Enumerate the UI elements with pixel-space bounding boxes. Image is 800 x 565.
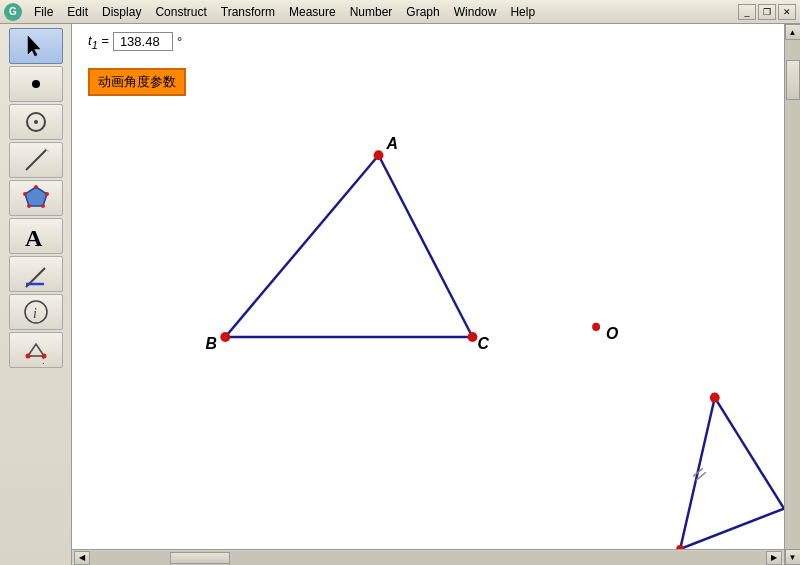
svg-text:A: A	[25, 225, 43, 250]
tool-pen[interactable]	[9, 256, 63, 292]
info-icon: i	[22, 298, 50, 326]
triangle1-side-AB	[225, 155, 378, 337]
tool-info[interactable]: i	[9, 294, 63, 330]
arrow-icon	[22, 32, 50, 60]
scrollbar-bottom[interactable]: ◀ ▶	[72, 549, 784, 565]
scroll-horizontal-thumb[interactable]	[170, 552, 230, 564]
point-B	[220, 332, 230, 342]
tool-custom[interactable]: :	[9, 332, 63, 368]
svg-marker-14	[45, 266, 49, 270]
canvas-area[interactable]: t1 = 138.48 ° 动画角度参数 A B C	[72, 24, 784, 549]
tool-compass[interactable]	[9, 104, 63, 140]
menu-measure[interactable]: Measure	[283, 3, 342, 21]
svg-line-4	[26, 150, 46, 170]
geometry-canvas: A B C O	[72, 24, 784, 549]
win-close[interactable]: ✕	[778, 4, 796, 20]
scroll-down-arrow[interactable]: ▼	[785, 549, 801, 565]
triangle1-side-AC	[379, 155, 473, 337]
scroll-horizontal-track[interactable]	[90, 551, 766, 565]
svg-point-1	[32, 80, 40, 88]
custom-icon: :	[22, 336, 50, 364]
triangle2-side-right	[715, 398, 784, 509]
triangle2-point-top	[710, 393, 720, 403]
svg-text::: :	[42, 355, 45, 364]
scrollbar-right[interactable]: ▲ ▼	[784, 24, 800, 565]
svg-point-9	[41, 204, 45, 208]
label-A: A	[385, 135, 397, 152]
dot-icon	[22, 70, 50, 98]
svg-point-8	[45, 192, 49, 196]
svg-point-10	[27, 204, 31, 208]
point-O	[592, 323, 600, 331]
tool-line[interactable]	[9, 142, 63, 178]
menu-window[interactable]: Window	[448, 3, 503, 21]
text-icon: A	[22, 222, 50, 250]
svg-text:i: i	[33, 306, 37, 321]
tool-text[interactable]: A	[9, 218, 63, 254]
scroll-track-right[interactable]	[785, 40, 800, 549]
triangle2-side-bottom	[680, 509, 784, 549]
scroll-left-arrow[interactable]: ◀	[74, 551, 90, 565]
tool-select[interactable]	[9, 28, 63, 64]
canvas-wrapper: t1 = 138.48 ° 动画角度参数 A B C	[72, 24, 784, 565]
svg-point-11	[23, 192, 27, 196]
menubar: G File Edit Display Construct Transform …	[0, 0, 800, 24]
triangle2-point-bl	[676, 545, 684, 549]
svg-marker-6	[25, 187, 47, 206]
tool-polygon[interactable]	[9, 180, 63, 216]
svg-point-20	[25, 354, 30, 359]
label-B: B	[206, 335, 217, 352]
svg-point-7	[34, 185, 38, 189]
svg-marker-0	[28, 36, 40, 56]
toolbar: A i :	[0, 24, 72, 565]
label-O: O	[606, 325, 619, 342]
label-C: C	[477, 335, 489, 352]
pen-icon	[22, 260, 50, 288]
menu-transform[interactable]: Transform	[215, 3, 281, 21]
pentagon-icon	[22, 184, 50, 212]
menu-edit[interactable]: Edit	[61, 3, 94, 21]
scroll-right-arrow[interactable]: ▶	[766, 551, 782, 565]
menu-number[interactable]: Number	[344, 3, 399, 21]
menu-display[interactable]: Display	[96, 3, 147, 21]
win-controls: _ ❐ ✕	[738, 4, 796, 20]
win-restore[interactable]: ❐	[758, 4, 776, 20]
app-logo: G	[4, 3, 22, 21]
scroll-thumb-right[interactable]	[786, 60, 800, 100]
main-area: A i :	[0, 24, 800, 565]
tool-point[interactable]	[9, 66, 63, 102]
menu-graph[interactable]: Graph	[400, 3, 445, 21]
svg-point-3	[34, 120, 38, 124]
circle-icon	[22, 108, 50, 136]
menu-construct[interactable]: Construct	[149, 3, 212, 21]
point-A	[374, 150, 384, 160]
menu-help[interactable]: Help	[504, 3, 541, 21]
scroll-up-arrow[interactable]: ▲	[785, 24, 801, 40]
line-icon	[22, 146, 50, 174]
win-minimize[interactable]: _	[738, 4, 756, 20]
point-C	[468, 332, 478, 342]
menu-file[interactable]: File	[28, 3, 59, 21]
